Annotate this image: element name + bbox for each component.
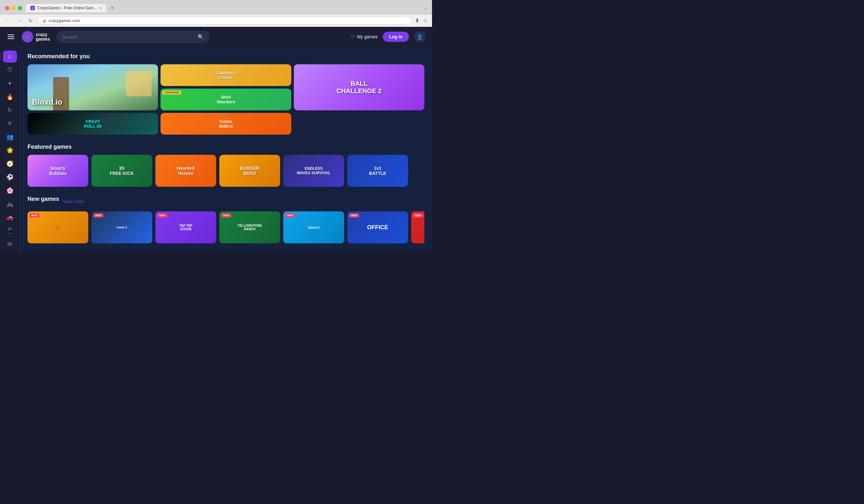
new-badge-2: NEW: [93, 213, 103, 217]
user-icon: 👤: [417, 34, 423, 40]
share-button[interactable]: ⬆: [415, 17, 419, 24]
hamburger-menu-button[interactable]: [7, 33, 15, 40]
game-card-battle[interactable]: 1v1BATTLE: [347, 155, 408, 187]
nav-right: ♡ My games Log in 👤: [351, 31, 425, 43]
sidebar-item-recent[interactable]: ⏱: [3, 64, 17, 76]
game-card-ball[interactable]: BALLCHALLENGE 2: [294, 64, 424, 110]
tab-close-button[interactable]: ✕: [99, 6, 102, 10]
search-icon: 🔍: [197, 34, 204, 40]
new-games-title: New games: [27, 196, 59, 202]
new-game-card-5[interactable]: NEW Game 5: [283, 212, 344, 243]
browser-titlebar: C CrazyGames – Free Online Gam... ✕ + ⌄: [0, 0, 432, 15]
search-bar[interactable]: 🔍: [56, 31, 210, 43]
new-games-header: New games View more: [27, 196, 424, 207]
my-games-label: My games: [357, 34, 377, 39]
sidebar-item-car[interactable]: 🚗: [3, 211, 17, 223]
game-card-bloxd[interactable]: Bloxd.io: [27, 64, 158, 110]
game-card-burger[interactable]: BURGERBOSS: [219, 155, 280, 187]
game-card-capybara[interactable]: CapybaraClicker: [160, 64, 291, 86]
view-more-link[interactable]: View more: [63, 199, 84, 204]
top-navbar: 🎮 crazy games 🔍 ♡ My games Log in 👤: [0, 27, 432, 47]
game-card-cubes[interactable]: Cubes2048.io: [160, 113, 291, 135]
toolbar-actions: ⬆ ☆: [415, 17, 428, 24]
new-game-card-2[interactable]: NEW Game 2: [92, 212, 152, 243]
sidebar-item-casual[interactable]: 🌸: [3, 184, 17, 197]
new-game-card-6[interactable]: NEW OFFICE: [347, 212, 408, 243]
address-bar[interactable]: 🔒 crazygames.com: [37, 17, 412, 25]
browser-toolbar: ← → ↻ 🔒 crazygames.com ⬆ ☆: [0, 15, 432, 27]
hamburger-line-3: [8, 38, 14, 39]
game-card-haunted[interactable]: HauntedHeroes: [155, 155, 216, 187]
new-badge-5: NEW: [285, 213, 295, 217]
new-game-card-7[interactable]: NEW Game 7: [411, 212, 424, 243]
main-layout: ⌂ ⏱ ✦ 🔥 ↻ ✕ 👥 🌟 🧭 ⚽ 🌸 🚲 🚗 📱 ✉ Recommende…: [0, 47, 432, 252]
bloxd-title: Bloxd.io: [32, 97, 62, 107]
heart-icon: ♡: [351, 34, 355, 39]
game-card-smarty[interactable]: SmartyBubbles: [27, 155, 88, 187]
recommended-section: Recommended for you Bloxd.io CapybaraCli…: [27, 53, 424, 135]
featured-scroll: SmartyBubbles 3DFREE KICK HauntedHeroes …: [27, 155, 424, 187]
sidebar-item-mail[interactable]: ✉: [3, 238, 17, 250]
top-rated-badge: TOP RATED: [163, 91, 181, 95]
logo-icon: 🎮: [22, 31, 33, 43]
forward-button[interactable]: →: [16, 17, 24, 24]
minimize-button[interactable]: [12, 6, 16, 10]
sidebar-item-adventure[interactable]: 🧭: [3, 158, 17, 170]
tab-title: CrazyGames – Free Online Gam...: [37, 6, 97, 10]
game-card-endless[interactable]: ENDLESSWAVES SURVIVAL: [283, 155, 344, 187]
hamburger-line-2: [8, 36, 14, 37]
content-area: Recommended for you Bloxd.io CapybaraCli…: [20, 47, 432, 252]
sidebar-item-multiplayer[interactable]: 👥: [3, 131, 17, 143]
login-button[interactable]: Log in: [383, 32, 409, 42]
new-tab-button[interactable]: +: [108, 5, 116, 12]
new-badge-7: NEW: [413, 213, 423, 217]
game-card-crazyroll[interactable]: CRAZYROLL 3D: [27, 113, 158, 135]
app-container: 🎮 crazy games 🔍 ♡ My games Log in 👤 ⌂: [0, 27, 432, 252]
sidebar-item-originals[interactable]: 🌟: [3, 144, 17, 156]
sidebar-item-random[interactable]: ✕: [3, 117, 17, 130]
sidebar-item-bike[interactable]: 🚲: [3, 197, 17, 210]
refresh-button[interactable]: ↻: [27, 17, 34, 24]
profile-button[interactable]: 👤: [414, 31, 425, 43]
browser-chrome: C CrazyGames – Free Online Gam... ✕ + ⌄ …: [0, 0, 432, 27]
bookmark-button[interactable]: ☆: [423, 17, 428, 24]
recommended-grid: Bloxd.io CapybaraClicker BALLCHALLENGE 2…: [27, 64, 424, 135]
logo[interactable]: 🎮 crazy games: [22, 31, 50, 43]
maximize-button[interactable]: [18, 6, 22, 10]
sidebar-item-new[interactable]: ✦: [3, 77, 17, 89]
sidebar: ⌂ ⏱ ✦ 🔥 ↻ ✕ 👥 🌟 🧭 ⚽ 🌸 🚲 🚗 📱 ✉: [0, 47, 20, 252]
new-games-scroll: NEW 🦆 NEW Game 2 NEW TAP TAPGOOSE NEW YE…: [27, 212, 424, 243]
new-badge-6: NEW: [349, 213, 359, 217]
logo-crazy: crazy: [36, 32, 50, 37]
new-badge-3: NEW: [157, 213, 167, 217]
sidebar-item-trending[interactable]: 🔥: [3, 91, 17, 103]
traffic-lights: [5, 6, 22, 10]
sidebar-item-tablet[interactable]: 📱: [3, 225, 17, 237]
game-card-shell[interactable]: TOP RATED ShellShockers: [160, 88, 291, 110]
new-games-section: New games View more NEW 🦆 NEW Game 2 NEW…: [27, 196, 424, 243]
my-games-button[interactable]: ♡ My games: [351, 34, 377, 39]
sidebar-item-sports[interactable]: ⚽: [3, 171, 17, 183]
featured-section: Featured games SmartyBubbles 3DFREE KICK…: [27, 144, 424, 187]
logo-text: crazy games: [36, 32, 50, 41]
new-game-card-3[interactable]: NEW TAP TAPGOOSE: [155, 212, 216, 243]
new-game-card-4[interactable]: NEW YELLOWSTONERANCH: [219, 212, 280, 243]
tab-favicon: C: [31, 6, 35, 10]
search-input[interactable]: [62, 34, 194, 40]
new-game-card-1[interactable]: NEW 🦆: [27, 212, 88, 243]
url-text: crazygames.com: [49, 18, 80, 23]
back-button[interactable]: ←: [4, 17, 12, 24]
tab-expand-button[interactable]: ⌄: [424, 6, 427, 10]
sidebar-item-home[interactable]: ⌂: [3, 50, 17, 63]
sidebar-item-updated[interactable]: ↻: [3, 104, 17, 116]
active-tab[interactable]: C CrazyGames – Free Online Gam... ✕: [26, 4, 107, 12]
logo-games: games: [36, 37, 50, 41]
new-badge-4: NEW: [221, 213, 231, 217]
new-badge-1: NEW: [29, 213, 39, 217]
close-button[interactable]: [5, 6, 9, 10]
game-card-freekick[interactable]: 3DFREE KICK: [92, 155, 152, 187]
featured-title: Featured games: [27, 144, 424, 150]
hamburger-line-1: [8, 35, 14, 35]
lock-icon: 🔒: [42, 19, 47, 23]
browser-tabs: C CrazyGames – Free Online Gam... ✕ + ⌄: [26, 4, 427, 12]
